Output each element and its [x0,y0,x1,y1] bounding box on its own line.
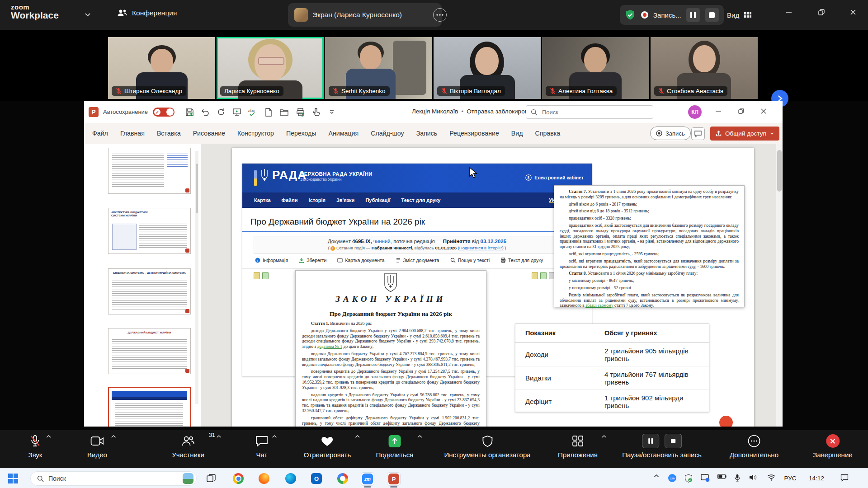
chevron-up-icon[interactable] [417,435,422,438]
slide-thumbnail[interactable]: 7 АРХІТЕКТУРА БЮДЖЕТНОЇ СИСТЕМИ УКРАЇНИ [108,208,191,254]
video-button[interactable]: Видео [87,430,107,459]
tab-more-button[interactable] [433,8,447,22]
powerpoint-app-icon[interactable]: P [387,472,401,486]
hidden-icons-chevron[interactable] [654,474,659,478]
chat-button[interactable]: Чат [255,430,268,459]
tab-review[interactable]: Рецензирование [449,130,499,137]
clock[interactable]: 14:12 [809,475,824,482]
chevron-up-icon[interactable] [216,435,222,438]
touch-mouse-mode-icon[interactable] [311,107,321,117]
video-tile[interactable]: Алевтина Голтаєва [542,37,649,99]
autosave-toggle[interactable]: ✓ [153,108,175,117]
mini-doc-icon[interactable] [540,272,547,279]
start-slideshow-icon[interactable] [232,107,242,117]
share-screen-button[interactable]: Поделиться [376,430,414,459]
undo-icon[interactable] [200,107,210,117]
document-card-button[interactable]: Картка документа [337,258,384,263]
comments-button[interactable] [691,127,705,140]
microphone-tray-icon[interactable] [735,474,740,482]
tab-insert[interactable]: Вставка [157,130,181,137]
reactions-button[interactable]: Отреагировать [304,430,351,459]
slide-thumbnail[interactable]: 8 БЮДЖЕТНА СИСТЕМА – ЦЕ ІНСТИТУЦІЙНА СИС… [108,268,191,314]
tab-record[interactable]: Запись [416,130,438,137]
paragraph-link[interactable]: абзаці сьомому [585,303,613,308]
chevron-up-icon[interactable] [272,435,277,438]
pause-recording-button[interactable] [686,8,700,22]
tab-home[interactable]: Главная [120,130,145,137]
history-link[interactable]: (Подивитися в історії?) [458,245,504,250]
status-link[interactable]: чинний, [373,239,392,244]
print-text-button[interactable]: Текст для друку [500,258,543,263]
account-avatar[interactable]: КЛ [688,105,702,119]
ppt-close-button[interactable] [752,101,775,121]
slide-thumbnail[interactable]: 9 ДЕРЖАВНИЙ БЮДЖЕТ УКРАЇНИ [108,328,191,374]
battery-tray-icon[interactable] [717,474,726,479]
quick-print-icon[interactable] [295,107,305,117]
zoom-tray-icon[interactable]: zm [668,474,676,482]
save-document-button[interactable]: Зберегти [299,258,326,263]
mini-doc-icon[interactable] [532,272,538,279]
tab-help[interactable]: Справка [535,130,561,137]
chrome-icon[interactable] [232,472,245,485]
pause-recording-button[interactable] [642,434,659,448]
chevron-up-icon[interactable] [354,435,360,438]
tab-animations[interactable]: Анимация [329,130,359,137]
canvas-scrollbar[interactable] [776,144,783,427]
notifications-icon[interactable] [840,474,849,482]
ribbon-record-button[interactable]: Запись [650,127,691,140]
language-indicator[interactable]: РУС [784,475,796,482]
search-highlight-image[interactable] [183,473,193,484]
workspace-chevron-down-icon[interactable] [84,11,91,18]
text-search-button[interactable]: Пошук у тексті [450,258,490,263]
security-shield-icon[interactable] [624,9,636,21]
google-icon[interactable] [336,472,349,485]
audio-button[interactable]: Звук [28,430,42,459]
nav-files[interactable]: Файли [282,197,298,203]
nav-card[interactable]: Картка [254,197,271,203]
video-tile[interactable]: Serhii Kyshenko [325,37,432,99]
chevron-up-icon[interactable] [46,435,51,438]
task-view-button[interactable] [205,472,217,485]
participants-button[interactable]: 31 Участники [172,430,204,459]
ppt-minimize-button[interactable] [707,101,730,121]
chevron-up-icon[interactable] [111,435,116,438]
tab-transitions[interactable]: Переходы [286,130,316,137]
info-button[interactable]: i Інформація [255,258,288,263]
nav-print-text[interactable]: Текст для друку [401,197,441,203]
tab-draw[interactable]: Рисование [193,130,225,137]
stop-recording-button[interactable] [705,8,719,22]
save-icon[interactable] [184,107,194,117]
outlook-icon[interactable]: O [310,472,323,485]
nav-publications[interactable]: Публікації [365,197,390,203]
mini-doc-icon[interactable] [262,272,269,279]
thumbnail-scrollbar[interactable] [195,151,198,404]
tab-slideshow[interactable]: Слайд-шоу [371,130,404,137]
open-folder-icon[interactable] [279,107,289,117]
video-tile[interactable]: Вікторія Виглядал [434,37,541,99]
mini-doc-icon[interactable] [254,272,260,279]
spellcheck-icon[interactable]: abc [248,107,258,117]
redo-icon[interactable] [216,107,226,117]
wifi-tray-icon[interactable] [767,474,776,481]
qat-customize-chevron-icon[interactable] [327,107,337,117]
slide-thumbnail-selected[interactable]: 10 [108,387,191,427]
host-tools-button[interactable]: Инструменты организатора [444,430,530,459]
ppt-search-box[interactable] [526,105,653,119]
ppt-search-input[interactable] [541,108,633,116]
slide-thumbnail[interactable]: 6 [108,148,191,194]
taskbar-search[interactable]: Поиск [30,471,197,486]
view-button[interactable]: Вид [727,6,752,23]
new-file-icon[interactable] [264,107,274,117]
annex-link[interactable]: додатком № 1 [317,344,342,349]
video-tile[interactable]: Стовбова Анастасія [651,37,758,99]
cabinet-link[interactable]: Електронний кабінет [525,174,584,181]
tab-file[interactable]: Файл [92,130,108,137]
tab-design[interactable]: Конструктор [237,130,274,137]
firefox-icon[interactable] [258,472,270,485]
video-tile[interactable]: Лариса Курносенко [217,37,324,99]
nav-links[interactable]: Зв'язки [336,197,354,203]
video-tile[interactable]: Штирьов Олександр [108,37,215,99]
security-tray-icon[interactable] [684,474,693,483]
window-restore-button[interactable] [808,0,835,24]
share-button[interactable]: Общий доступ [710,127,779,141]
